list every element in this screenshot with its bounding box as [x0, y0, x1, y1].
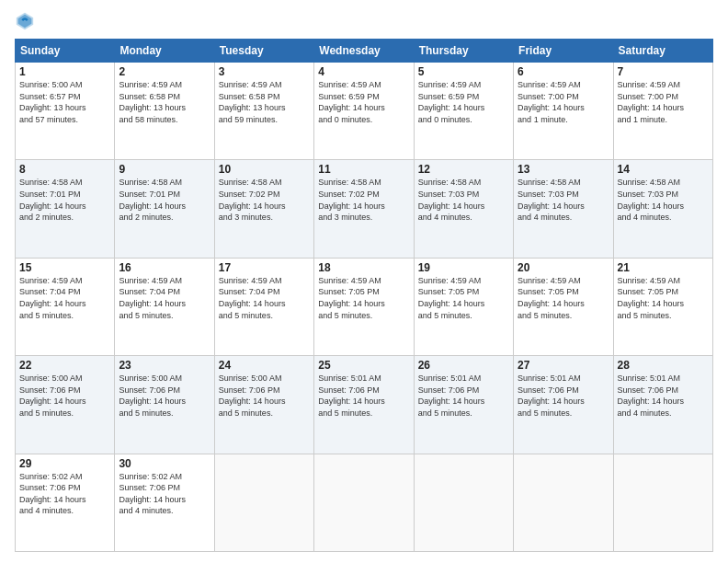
day-cell: 9Sunrise: 4:58 AM Sunset: 7:01 PM Daylig…: [115, 160, 214, 258]
day-cell: 4Sunrise: 4:59 AM Sunset: 6:59 PM Daylig…: [314, 63, 414, 160]
header: [15, 11, 713, 31]
day-info: Sunrise: 5:00 AM Sunset: 7:06 PM Dayligh…: [219, 373, 310, 419]
day-number: 30: [119, 457, 210, 470]
day-cell: [514, 454, 613, 551]
day-number: 3: [219, 65, 310, 78]
day-number: 26: [418, 359, 509, 372]
day-number: 2: [119, 65, 210, 78]
day-number: 21: [618, 261, 709, 274]
day-number: 25: [318, 359, 409, 372]
day-info: Sunrise: 4:59 AM Sunset: 7:05 PM Dayligh…: [418, 275, 509, 321]
day-cell: 1Sunrise: 5:00 AM Sunset: 6:57 PM Daylig…: [16, 63, 115, 160]
day-number: 6: [518, 65, 609, 78]
day-cell: 19Sunrise: 4:59 AM Sunset: 7:05 PM Dayli…: [414, 258, 513, 355]
day-info: Sunrise: 4:58 AM Sunset: 7:01 PM Dayligh…: [119, 177, 210, 223]
day-cell: 29Sunrise: 5:02 AM Sunset: 7:06 PM Dayli…: [16, 454, 115, 551]
day-number: 7: [618, 65, 709, 78]
day-info: Sunrise: 4:59 AM Sunset: 7:04 PM Dayligh…: [119, 275, 210, 321]
day-cell: 5Sunrise: 4:59 AM Sunset: 6:59 PM Daylig…: [414, 63, 513, 160]
day-info: Sunrise: 5:00 AM Sunset: 7:06 PM Dayligh…: [119, 373, 210, 419]
day-number: 10: [219, 163, 310, 176]
header-row: SundayMondayTuesdayWednesdayThursdayFrid…: [16, 40, 713, 63]
day-number: 9: [119, 163, 210, 176]
day-info: Sunrise: 4:58 AM Sunset: 7:01 PM Dayligh…: [19, 177, 110, 223]
day-info: Sunrise: 4:59 AM Sunset: 7:00 PM Dayligh…: [618, 79, 709, 125]
day-info: Sunrise: 5:01 AM Sunset: 7:06 PM Dayligh…: [418, 373, 509, 419]
day-number: 14: [618, 163, 709, 176]
day-number: 29: [19, 457, 110, 470]
day-info: Sunrise: 5:01 AM Sunset: 7:06 PM Dayligh…: [518, 373, 609, 419]
day-number: 28: [618, 359, 709, 372]
day-cell: 14Sunrise: 4:58 AM Sunset: 7:03 PM Dayli…: [613, 160, 712, 258]
calendar-page: SundayMondayTuesdayWednesdayThursdayFrid…: [0, 0, 728, 563]
day-cell: 23Sunrise: 5:00 AM Sunset: 7:06 PM Dayli…: [115, 356, 214, 454]
day-cell: 26Sunrise: 5:01 AM Sunset: 7:06 PM Dayli…: [414, 356, 513, 454]
day-cell: 6Sunrise: 4:59 AM Sunset: 7:00 PM Daylig…: [514, 63, 613, 160]
day-info: Sunrise: 4:59 AM Sunset: 7:05 PM Dayligh…: [518, 275, 609, 321]
day-cell: 22Sunrise: 5:00 AM Sunset: 7:06 PM Dayli…: [16, 356, 115, 454]
calendar-table: SundayMondayTuesdayWednesdayThursdayFrid…: [15, 39, 713, 552]
logo-icon: [15, 11, 35, 31]
day-number: 4: [318, 65, 409, 78]
day-number: 8: [19, 163, 110, 176]
day-number: 23: [119, 359, 210, 372]
day-info: Sunrise: 4:59 AM Sunset: 7:00 PM Dayligh…: [518, 79, 609, 125]
day-info: Sunrise: 4:59 AM Sunset: 7:04 PM Dayligh…: [219, 275, 310, 321]
day-number: 12: [418, 163, 509, 176]
day-cell: 24Sunrise: 5:00 AM Sunset: 7:06 PM Dayli…: [214, 356, 313, 454]
day-info: Sunrise: 4:58 AM Sunset: 7:03 PM Dayligh…: [518, 177, 609, 223]
day-info: Sunrise: 5:00 AM Sunset: 6:57 PM Dayligh…: [19, 79, 110, 125]
week-row-5: 29Sunrise: 5:02 AM Sunset: 7:06 PM Dayli…: [16, 454, 713, 551]
day-cell: 13Sunrise: 4:58 AM Sunset: 7:03 PM Dayli…: [514, 160, 613, 258]
day-number: 24: [219, 359, 310, 372]
day-number: 18: [318, 261, 409, 274]
day-cell: 11Sunrise: 4:58 AM Sunset: 7:02 PM Dayli…: [314, 160, 414, 258]
week-row-4: 22Sunrise: 5:00 AM Sunset: 7:06 PM Dayli…: [16, 356, 713, 454]
day-cell: 2Sunrise: 4:59 AM Sunset: 6:58 PM Daylig…: [115, 63, 214, 160]
day-info: Sunrise: 4:59 AM Sunset: 6:58 PM Dayligh…: [119, 79, 210, 125]
day-cell: [214, 454, 313, 551]
header-cell-thursday: Thursday: [414, 40, 513, 63]
week-row-1: 1Sunrise: 5:00 AM Sunset: 6:57 PM Daylig…: [16, 63, 713, 160]
day-number: 20: [518, 261, 609, 274]
day-info: Sunrise: 4:59 AM Sunset: 7:04 PM Dayligh…: [19, 275, 110, 321]
day-cell: 27Sunrise: 5:01 AM Sunset: 7:06 PM Dayli…: [514, 356, 613, 454]
day-info: Sunrise: 4:59 AM Sunset: 6:59 PM Dayligh…: [318, 79, 409, 125]
day-number: 1: [19, 65, 110, 78]
day-number: 27: [518, 359, 609, 372]
day-info: Sunrise: 4:59 AM Sunset: 6:59 PM Dayligh…: [418, 79, 509, 125]
day-info: Sunrise: 4:59 AM Sunset: 7:05 PM Dayligh…: [318, 275, 409, 321]
header-cell-saturday: Saturday: [613, 40, 712, 63]
header-cell-friday: Friday: [514, 40, 613, 63]
day-number: 19: [418, 261, 509, 274]
day-info: Sunrise: 5:02 AM Sunset: 7:06 PM Dayligh…: [19, 471, 110, 517]
day-cell: 7Sunrise: 4:59 AM Sunset: 7:00 PM Daylig…: [613, 63, 712, 160]
day-info: Sunrise: 4:59 AM Sunset: 6:58 PM Dayligh…: [219, 79, 310, 125]
day-cell: 25Sunrise: 5:01 AM Sunset: 7:06 PM Dayli…: [314, 356, 414, 454]
day-cell: 3Sunrise: 4:59 AM Sunset: 6:58 PM Daylig…: [214, 63, 313, 160]
header-cell-monday: Monday: [115, 40, 214, 63]
day-info: Sunrise: 5:01 AM Sunset: 7:06 PM Dayligh…: [318, 373, 409, 419]
header-cell-wednesday: Wednesday: [314, 40, 414, 63]
day-info: Sunrise: 4:58 AM Sunset: 7:02 PM Dayligh…: [318, 177, 409, 223]
logo-area: [15, 11, 37, 31]
day-cell: 28Sunrise: 5:01 AM Sunset: 7:06 PM Dayli…: [613, 356, 712, 454]
day-info: Sunrise: 4:58 AM Sunset: 7:03 PM Dayligh…: [618, 177, 709, 223]
day-number: 16: [119, 261, 210, 274]
day-cell: 20Sunrise: 4:59 AM Sunset: 7:05 PM Dayli…: [514, 258, 613, 355]
day-info: Sunrise: 4:59 AM Sunset: 7:05 PM Dayligh…: [618, 275, 709, 321]
day-cell: 15Sunrise: 4:59 AM Sunset: 7:04 PM Dayli…: [16, 258, 115, 355]
day-number: 13: [518, 163, 609, 176]
day-info: Sunrise: 5:01 AM Sunset: 7:06 PM Dayligh…: [618, 373, 709, 419]
header-cell-tuesday: Tuesday: [214, 40, 313, 63]
day-info: Sunrise: 4:58 AM Sunset: 7:03 PM Dayligh…: [418, 177, 509, 223]
header-cell-sunday: Sunday: [16, 40, 115, 63]
day-cell: [613, 454, 712, 551]
day-cell: [314, 454, 414, 551]
day-cell: 30Sunrise: 5:02 AM Sunset: 7:06 PM Dayli…: [115, 454, 214, 551]
day-cell: [414, 454, 513, 551]
day-number: 5: [418, 65, 509, 78]
day-cell: 18Sunrise: 4:59 AM Sunset: 7:05 PM Dayli…: [314, 258, 414, 355]
week-row-2: 8Sunrise: 4:58 AM Sunset: 7:01 PM Daylig…: [16, 160, 713, 258]
day-info: Sunrise: 4:58 AM Sunset: 7:02 PM Dayligh…: [219, 177, 310, 223]
